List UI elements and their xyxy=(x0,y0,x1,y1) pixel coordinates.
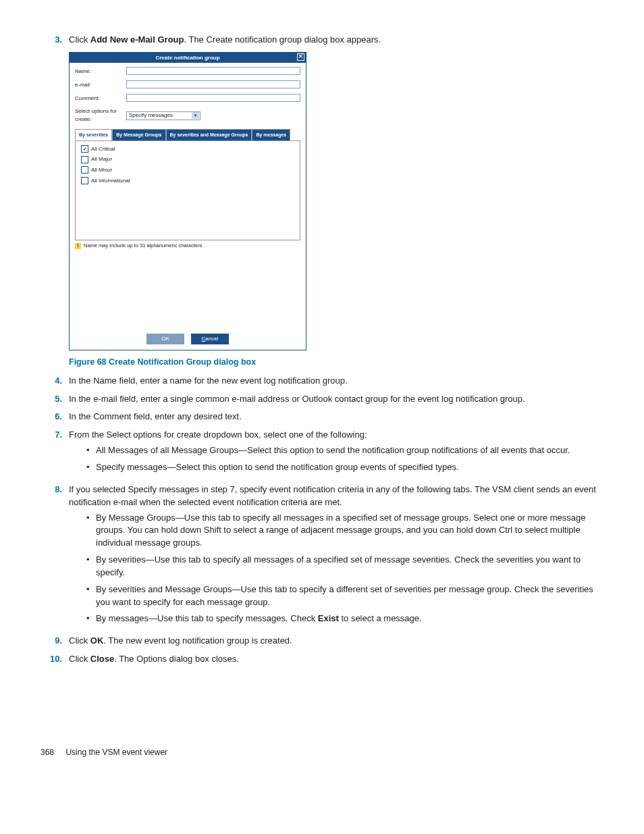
step-7: 7. From the Select options for create dr… xyxy=(41,429,603,478)
step-6: 6. In the Comment field, enter any desir… xyxy=(41,411,603,423)
page-footer: 368 Using the VSM event viewer xyxy=(41,747,603,758)
check-all-critical[interactable]: ✔ All Critical xyxy=(81,145,294,153)
tab-by-severities[interactable]: By severities xyxy=(75,129,112,140)
checkbox-icon[interactable] xyxy=(81,156,88,163)
ok-button[interactable]: OK xyxy=(146,334,184,344)
tab-by-messages[interactable]: By messages xyxy=(252,129,290,140)
step-number: 3. xyxy=(41,34,69,47)
chevron-down-icon: ▼ xyxy=(192,112,199,119)
figure-caption: Figure 68 Create Notification Group dial… xyxy=(69,356,603,368)
email-field[interactable] xyxy=(126,80,300,88)
check-all-informational[interactable]: All Informational xyxy=(81,177,294,185)
tabs: By severities By Message Groups By sever… xyxy=(75,129,300,140)
hint-text: Name may include up to 31 alphanumeric c… xyxy=(84,242,203,250)
select-options-dropdown[interactable]: Specify messages ▼ xyxy=(126,111,200,120)
select-label: Select options for create: xyxy=(75,107,126,123)
step-8: 8. If you selected Specify messages in s… xyxy=(41,484,603,629)
section-title: Using the VSM event viewer xyxy=(65,748,167,757)
checkbox-icon[interactable]: ✔ xyxy=(81,145,88,153)
select-value: Specify messages xyxy=(129,111,173,120)
tab-pane: ✔ All Critical All Major All Minor All I… xyxy=(75,140,300,240)
name-field[interactable] xyxy=(126,67,300,75)
name-label: Name: xyxy=(75,68,126,76)
comment-field[interactable] xyxy=(126,94,300,102)
dialog-title-text: Create notification group xyxy=(155,55,219,61)
page-number: 368 xyxy=(41,748,54,757)
tab-by-message-groups[interactable]: By Message Groups xyxy=(112,129,165,140)
close-icon[interactable]: ✕ xyxy=(297,53,304,61)
check-all-major[interactable]: All Major xyxy=(81,155,294,163)
checkbox-icon[interactable] xyxy=(81,177,88,184)
dialog-titlebar: Create notification group ✕ xyxy=(70,53,306,63)
hint-row: ! Name may include up to 31 alphanumeric… xyxy=(70,240,306,252)
tab-by-severities-and-groups[interactable]: By severities and Message Groups xyxy=(166,129,252,140)
figure-dialog: Create notification group ✕ Name: e-mail… xyxy=(69,52,603,350)
checkbox-icon[interactable] xyxy=(81,166,88,174)
step-9: 9. Click OK. The new event log notificat… xyxy=(41,635,603,648)
create-notification-dialog: Create notification group ✕ Name: e-mail… xyxy=(69,52,306,350)
dialog-body: Name: e-mail: Comment: Select options fo… xyxy=(70,63,306,240)
email-label: e-mail: xyxy=(75,81,126,89)
step-text: Click Add New e-Mail Group. The Create n… xyxy=(69,34,603,47)
step-3: 3. Click Add New e-Mail Group. The Creat… xyxy=(41,34,603,47)
cancel-button[interactable]: Cancel xyxy=(191,334,229,344)
check-all-minor[interactable]: All Minor xyxy=(81,166,294,174)
step-4: 4. In the Name field, enter a name for t… xyxy=(41,375,603,388)
step-10: 10. Click Close. The Options dialog box … xyxy=(41,653,603,666)
warning-icon: ! xyxy=(75,243,81,249)
step-5: 5. In the e-mail field, enter a single c… xyxy=(41,393,603,406)
dialog-buttons: OK Cancel xyxy=(70,330,306,350)
comment-label: Comment: xyxy=(75,95,126,103)
